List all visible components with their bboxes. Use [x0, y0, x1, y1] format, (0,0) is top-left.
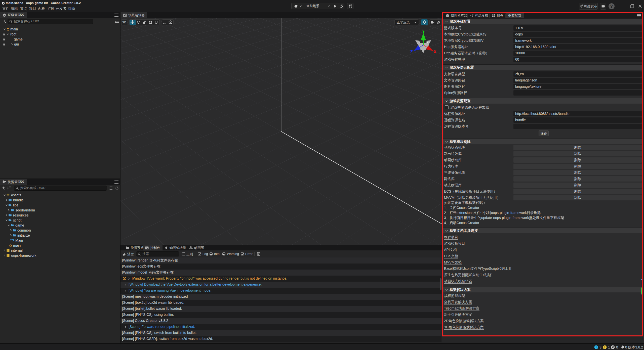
svg-text:?: ? — [610, 4, 613, 9]
svg-text:X: X — [434, 50, 436, 54]
svg-text:Z: Z — [410, 50, 413, 54]
svg-text:Y: Y — [422, 29, 425, 33]
